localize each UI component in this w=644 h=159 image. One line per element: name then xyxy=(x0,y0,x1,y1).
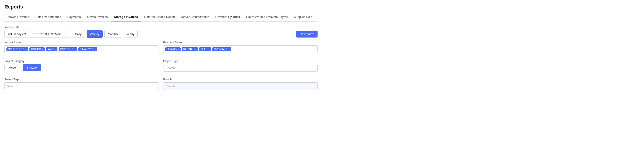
tab-mover-commitments[interactable]: Mover Commitments xyxy=(178,13,212,21)
date-preset-wrapper: Last 30 days Last 7 days This month Cust… xyxy=(4,30,28,38)
project-tags-label: Project Tags xyxy=(4,78,159,81)
invoice-date-filter-row: Last 30 days Last 7 days This month Cust… xyxy=(4,30,318,38)
tag-payment-partial-remove[interactable]: × xyxy=(195,48,196,51)
project-category-row: Move Storage xyxy=(4,64,159,71)
tag-scheduled: SCHEDULED × xyxy=(6,47,28,51)
project-type-section: Project Type xyxy=(163,60,318,72)
date-range-input[interactable] xyxy=(30,30,70,38)
invoice-date-label: Invoice Date xyxy=(4,26,318,29)
tag-paid-remove[interactable]: × xyxy=(54,48,56,51)
branch-section: Branch xyxy=(163,78,318,90)
payment-status-section: Payment Status UNPAID × PARTIAL × FULL ×… xyxy=(163,41,318,53)
tag-payment-overpaid: OVERPAID × xyxy=(212,47,231,51)
page-title: Reports xyxy=(4,4,318,10)
tag-overdue: OVERDUE × xyxy=(58,47,77,51)
save-view-button[interactable]: Save View xyxy=(296,31,318,38)
project-type-search[interactable] xyxy=(163,64,318,72)
tab-hours-worked-movers-payroll[interactable]: Hours Worked / Movers Payroll xyxy=(243,13,291,21)
tab-supplies-sold[interactable]: Supplies Sold xyxy=(291,13,316,21)
tag-payment-overpaid-remove[interactable]: × xyxy=(228,48,230,51)
project-category-section: Project Category Move Storage xyxy=(4,60,159,72)
category-move-button[interactable]: Move xyxy=(4,64,20,71)
tag-payment-partial: PARTIAL × xyxy=(182,47,198,51)
tag-payment-unpaid-remove[interactable]: × xyxy=(178,48,179,51)
branch-search[interactable] xyxy=(163,83,318,90)
tab-revenue-by-truck[interactable]: Revenue By Truck xyxy=(212,13,243,21)
tag-unpaid: UNPAID × xyxy=(30,47,45,51)
invoice-status-label: Invoice Status xyxy=(4,41,159,44)
tab-moves-invoices[interactable]: Moves Invoices xyxy=(84,13,111,21)
period-weekly-button[interactable]: Weekly xyxy=(86,30,103,38)
tag-payment-unpaid: UNPAID × xyxy=(165,47,180,51)
project-type-label: Project Type xyxy=(163,60,318,63)
tab-referral-source-report[interactable]: Referral Source Report xyxy=(141,13,178,21)
project-category-label: Project Category xyxy=(4,60,159,63)
tab-moves-revenue[interactable]: Moves Revenue xyxy=(4,13,32,21)
tag-overdue-remove[interactable]: × xyxy=(74,48,76,51)
filter-grid: Invoice Status SCHEDULED × UNPAID × PAID… xyxy=(4,41,318,93)
tag-finalized: FINALIZED × xyxy=(78,47,98,51)
period-daily-button[interactable]: Daily xyxy=(72,30,85,38)
nav-tabs: Moves Revenue Sales Performance Payments… xyxy=(4,13,318,22)
invoice-status-tags-area[interactable]: SCHEDULED × UNPAID × PAID × OVERDUE × FI… xyxy=(4,45,159,53)
tag-paid: PAID × xyxy=(46,47,58,51)
branch-label: Branch xyxy=(163,78,318,81)
tab-storage-invoices[interactable]: Storage Invoices xyxy=(111,13,141,21)
tab-payments[interactable]: Payments xyxy=(64,13,84,21)
period-monthly-button[interactable]: Monthly xyxy=(104,30,121,38)
tag-payment-full-remove[interactable]: × xyxy=(208,48,210,51)
project-tags-search[interactable] xyxy=(4,83,159,90)
period-yearly-button[interactable]: Yearly xyxy=(123,30,138,38)
project-tags-section: Project Tags xyxy=(4,78,159,90)
category-storage-button[interactable]: Storage xyxy=(23,64,41,71)
tab-re[interactable]: Re xyxy=(315,13,318,21)
date-preset-select[interactable]: Last 30 days Last 7 days This month Cust… xyxy=(5,30,28,38)
payment-status-tags-area[interactable]: UNPAID × PARTIAL × FULL × OVERPAID × xyxy=(163,45,318,53)
tab-sales-performance[interactable]: Sales Performance xyxy=(32,13,64,21)
tag-finalized-remove[interactable]: × xyxy=(94,48,96,51)
invoice-date-section: Invoice Date Last 30 days Last 7 days Th… xyxy=(4,26,318,38)
tag-scheduled-remove[interactable]: × xyxy=(26,48,27,51)
invoice-status-section: Invoice Status SCHEDULED × UNPAID × PAID… xyxy=(4,41,159,53)
tag-unpaid-remove[interactable]: × xyxy=(42,48,43,51)
tag-payment-full: FULL × xyxy=(199,47,211,51)
payment-status-label: Payment Status xyxy=(163,41,318,44)
